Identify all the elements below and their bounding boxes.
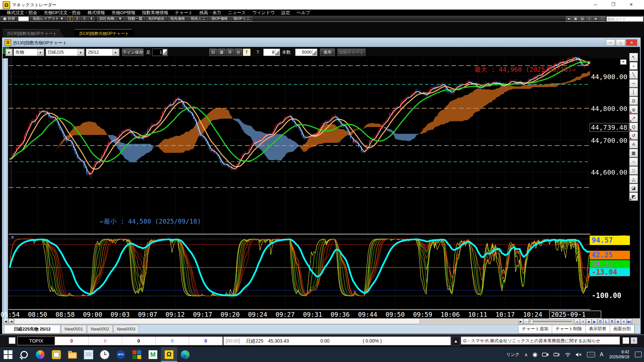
oscillator-chart[interactable] <box>9 235 590 309</box>
period-button-月[interactable]: 月 <box>226 49 234 56</box>
menu-item-4[interactable]: 指数業種情報 <box>139 10 172 16</box>
ellipse-icon[interactable]: ○ <box>629 158 638 166</box>
quick-button-5[interactable]: 指OPミニ <box>231 16 252 21</box>
symbol-select-arrow-icon[interactable]: ▼ <box>77 49 84 55</box>
tray-mute-icon[interactable] <box>576 352 582 357</box>
chart-minimize-button[interactable]: ─ <box>606 39 615 46</box>
toolbar-quick-input[interactable] <box>18 16 29 21</box>
doc-tab-0[interactable]: [5130]指数先物OPチャート <box>3 29 64 38</box>
contract-select[interactable]: 25/12▼ <box>86 49 119 56</box>
chart-nav-button-3[interactable]: ▶ <box>592 319 597 324</box>
footer-button-0[interactable]: チャート追加 <box>519 325 552 333</box>
menu-item-8[interactable]: ウィンドウ <box>249 10 278 16</box>
eraser-icon[interactable]: ◪ <box>629 184 638 192</box>
quick-button-4[interactable]: 指OP価格 <box>209 16 230 21</box>
sheet-tab-0[interactable]: 日経225先物 25/12 <box>4 325 60 333</box>
bar-count-input[interactable]: 5000 <box>295 49 317 56</box>
footer-button-2[interactable]: 表示切替 <box>586 325 610 333</box>
restore-button[interactable]: ❐ <box>606 0 620 9</box>
tick-count-input-spinner-icon[interactable] <box>275 49 279 55</box>
lock-icon[interactable]: ◈ <box>593 16 599 21</box>
notepad-icon[interactable] <box>80 347 97 362</box>
tray-ime-indicator[interactable]: A <box>600 352 603 358</box>
chart-nav-button-1[interactable]: ✛ <box>580 319 586 324</box>
camera-icon[interactable]: ▢ <box>599 16 605 21</box>
chart-nav-button-2[interactable]: ■ <box>586 319 592 324</box>
cycle-icon[interactable]: ↺ <box>629 131 638 140</box>
monitor-icon[interactable]: ▣ <box>573 16 579 21</box>
trendline-icon[interactable]: ╲ <box>629 70 638 79</box>
zoom-slider-thumb[interactable] <box>530 319 533 324</box>
chart-nav-button-9[interactable]: ▶| <box>627 319 633 324</box>
preset-dropdown[interactable]: [02] 先物... ▼ <box>97 16 124 21</box>
crosshair-icon[interactable]: ＋ <box>629 62 638 70</box>
period-button-分[interactable]: 分 <box>234 49 242 56</box>
chart-menu-dropdown-arrow-icon[interactable]: ▼ <box>6 49 12 55</box>
start-button[interactable] <box>0 347 16 362</box>
layout-page-2[interactable]: 2 <box>74 16 80 21</box>
file-explorer-icon[interactable] <box>64 347 80 362</box>
scroll-left-button-1[interactable]: ◀ <box>9 319 14 324</box>
quick-button-3[interactable]: 指先ミニ <box>189 16 208 21</box>
tray-battery-icon[interactable] <box>553 353 560 357</box>
layout-page-4[interactable]: 4 <box>88 16 94 21</box>
quick-button-2[interactable]: 指先価格 <box>168 16 187 21</box>
contract-select-arrow-icon[interactable]: ▼ <box>112 49 119 55</box>
footer-button-3[interactable]: 画面分割 <box>610 325 635 333</box>
layout-page-3[interactable]: 3 <box>81 16 87 21</box>
menu-item-5[interactable]: チャート <box>172 10 196 16</box>
chart-nav-button-5[interactable]: L <box>603 319 609 324</box>
menu-item-1[interactable]: 先物OP注文・照会 <box>41 10 84 16</box>
vertical-line-icon[interactable]: │ <box>629 88 638 96</box>
menu-item-9[interactable]: 設定 <box>278 10 293 16</box>
zoom-slider-track[interactable] <box>529 321 572 322</box>
minimize-button[interactable]: ─ <box>589 0 602 9</box>
chart-nav-button-8[interactable]: ✕ <box>621 319 627 324</box>
sheet-tab-3[interactable]: New0003 <box>113 325 139 333</box>
quick-button-0[interactable]: 指数一覧 <box>125 16 145 21</box>
category-select[interactable]: 先物▼ <box>13 49 44 56</box>
period-button-T[interactable]: T <box>243 49 251 56</box>
tray-camera-icon[interactable] <box>542 352 549 357</box>
tray-chevron-icon[interactable]: ∧ <box>524 352 528 357</box>
layout-page-1[interactable]: 1 <box>67 16 73 21</box>
bar-size-input-spinner-icon[interactable] <box>163 49 167 55</box>
symbol-select[interactable]: 日経225▼ <box>46 49 85 56</box>
notification-center-icon[interactable] <box>635 352 642 357</box>
save-lines-button[interactable]: ライン保存 <box>122 49 144 56</box>
chart-nav-button-4[interactable]: D <box>598 319 603 324</box>
downloader-icon[interactable] <box>48 347 64 362</box>
scroll-play-button[interactable]: ▶ <box>518 319 523 324</box>
menu-item-0[interactable]: 株式注文・照会 <box>3 10 41 16</box>
pitchfork-icon[interactable]: ψ <box>629 105 638 114</box>
monex-m-icon[interactable]: M <box>145 347 161 362</box>
main-price-chart[interactable] <box>9 56 590 235</box>
tray-clock[interactable]: 8:42 2025/09/19 <box>609 350 629 360</box>
index-name[interactable]: TOPIX <box>18 337 55 345</box>
menu-item-7[interactable]: ニュース <box>225 10 249 16</box>
chart-close-button[interactable]: ✕ <box>626 39 637 46</box>
window-switch-button[interactable]: ▣ 切替 <box>1 16 17 21</box>
sheet-tab-2[interactable]: New0002 <box>87 325 113 333</box>
alert-bell-icon[interactable]: Ω <box>629 97 638 105</box>
chart-window-titlebar[interactable] <box>3 38 640 47</box>
monex-trader-icon[interactable]: Ω <box>161 347 177 362</box>
menu-item-10[interactable]: ヘルプ <box>293 10 314 16</box>
printer-icon[interactable]: ⎙ <box>586 16 592 21</box>
apply-button[interactable]: 適用 <box>320 49 335 56</box>
layout-dropdown[interactable]: 画面レイアウト ▼ <box>30 16 66 21</box>
panel-divider[interactable] <box>9 234 590 235</box>
quick-button-1[interactable]: 先OP総合 <box>146 16 167 21</box>
period-button-週[interactable]: 週 <box>218 49 225 56</box>
tray-record-icon[interactable]: ◉ <box>532 351 537 358</box>
sheet-tab-1[interactable]: New0001 <box>61 325 87 333</box>
footer-button-1[interactable]: チャート削除 <box>552 325 586 333</box>
compare-chart-button[interactable]: 比較チャート <box>337 49 366 56</box>
tray-wifi-icon[interactable] <box>565 352 571 357</box>
period-button-日[interactable]: 日 <box>209 49 217 56</box>
symbol-code-input[interactable]: 銘柄コード <box>606 16 643 21</box>
pane-arrows-icon[interactable]: ◂▸ <box>566 16 572 21</box>
copilot-icon[interactable] <box>32 347 48 362</box>
chart-maximize-button[interactable]: □ <box>616 39 625 46</box>
tray-link-label[interactable]: リンク <box>506 352 520 358</box>
